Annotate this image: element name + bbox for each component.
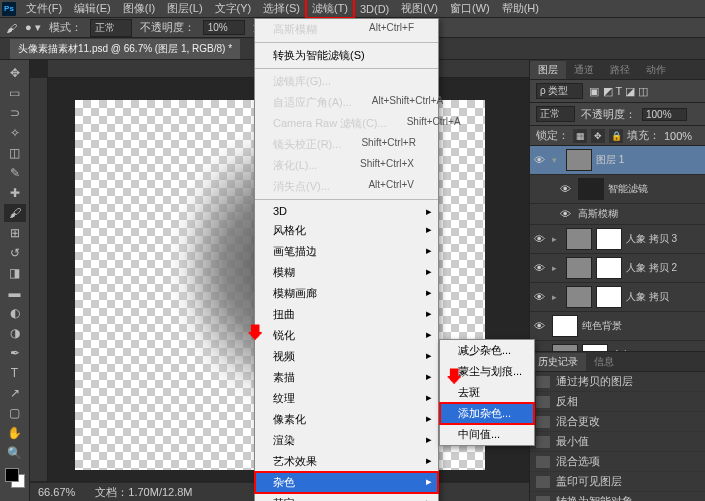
layer-row[interactable]: 👁高斯模糊: [530, 204, 705, 225]
stamp-tool-icon[interactable]: ⊞: [4, 224, 26, 242]
menu-layer[interactable]: 图层(L): [161, 0, 208, 18]
marquee-tool-icon[interactable]: ▭: [4, 84, 26, 102]
eyedrop-tool-icon[interactable]: ✎: [4, 164, 26, 182]
history-tab[interactable]: 历史记录: [530, 353, 586, 371]
lock-position-icon[interactable]: ✥: [591, 129, 605, 143]
visibility-icon[interactable]: 👁: [534, 233, 548, 245]
move-tool-icon[interactable]: ✥: [4, 64, 26, 82]
filter-adaptive[interactable]: 自适应广角(A)...Alt+Shift+Ctrl+A: [255, 92, 438, 113]
lock-all-icon[interactable]: 🔒: [609, 129, 623, 143]
menu-image[interactable]: 图像(I): [117, 0, 161, 18]
layer-filter[interactable]: ρ 类型: [536, 83, 583, 99]
history-item[interactable]: 通过拷贝的图层: [530, 372, 705, 392]
filter-other[interactable]: 其它: [255, 493, 438, 501]
filter-texture[interactable]: 纹理: [255, 388, 438, 409]
zoom-tool-icon[interactable]: 🔍: [4, 444, 26, 462]
filter-3d[interactable]: 3D: [255, 202, 438, 220]
filter-pixelate[interactable]: 像素化: [255, 409, 438, 430]
paths-tab[interactable]: 路径: [602, 61, 638, 79]
filter-noise[interactable]: 杂色: [255, 472, 438, 493]
visibility-icon[interactable]: 👁: [534, 262, 548, 274]
eraser-tool-icon[interactable]: ◨: [4, 264, 26, 282]
wand-tool-icon[interactable]: ✧: [4, 124, 26, 142]
history-item[interactable]: 转换为智能对象: [530, 492, 705, 501]
blend-mode[interactable]: 正常: [536, 106, 575, 122]
filter-smart[interactable]: 转换为智能滤镜(S): [255, 45, 438, 66]
filter-distort[interactable]: 扭曲: [255, 304, 438, 325]
layer-row[interactable]: 👁▸人象 拷贝 3: [530, 225, 705, 254]
gradient-tool-icon[interactable]: ▬: [4, 284, 26, 302]
document-tab[interactable]: 头像素描素材11.psd @ 66.7% (图层 1, RGB/8) *: [10, 39, 240, 59]
filter-lens[interactable]: 镜头校正(R)...Shift+Ctrl+R: [255, 134, 438, 155]
filter-video[interactable]: 视频: [255, 346, 438, 367]
filter-stylize[interactable]: 风格化: [255, 220, 438, 241]
filter-artistic[interactable]: 艺术效果: [255, 451, 438, 472]
history-item[interactable]: 最小值: [530, 432, 705, 452]
brush-tool-icon[interactable]: 🖌: [4, 204, 26, 222]
filter-sketch[interactable]: 素描: [255, 367, 438, 388]
history-item[interactable]: 混合选项: [530, 452, 705, 472]
history-item[interactable]: 混合更改: [530, 412, 705, 432]
layer-row[interactable]: 👁▾图层 1: [530, 146, 705, 175]
zoom-readout[interactable]: 66.67%: [38, 486, 75, 498]
hand-tool-icon[interactable]: ✋: [4, 424, 26, 442]
brush-preset-icon[interactable]: ● ▾: [25, 21, 41, 34]
channels-tab[interactable]: 通道: [566, 61, 602, 79]
lasso-tool-icon[interactable]: ⊃: [4, 104, 26, 122]
history-item[interactable]: 盖印可见图层: [530, 472, 705, 492]
filter-sharpen[interactable]: 锐化: [255, 325, 438, 346]
dodge-tool-icon[interactable]: ◑: [4, 324, 26, 342]
filter-last[interactable]: 高斯模糊Alt+Ctrl+F: [255, 19, 438, 40]
menu-view[interactable]: 视图(V): [395, 0, 444, 18]
filter-blurgallery[interactable]: 模糊画廊: [255, 283, 438, 304]
pen-tool-icon[interactable]: ✒: [4, 344, 26, 362]
menu-edit[interactable]: 编辑(E): [68, 0, 117, 18]
blur-tool-icon[interactable]: ◐: [4, 304, 26, 322]
visibility-icon[interactable]: 👁: [534, 291, 548, 303]
filter-icons[interactable]: ▣ ◩ T ◪ ◫: [589, 85, 648, 98]
visibility-icon[interactable]: 👁: [534, 320, 548, 332]
layer-row[interactable]: 👁▸人象 拷贝 2: [530, 254, 705, 283]
visibility-icon[interactable]: 👁: [560, 183, 574, 195]
filter-render[interactable]: 渲染: [255, 430, 438, 451]
filter-blur[interactable]: 模糊: [255, 262, 438, 283]
menu-type[interactable]: 文字(Y): [209, 0, 258, 18]
layer-row[interactable]: 👁人象: [530, 341, 705, 351]
layer-row[interactable]: 👁智能滤镜: [530, 175, 705, 204]
filter-cameraraw[interactable]: Camera Raw 滤镜(C)...Shift+Ctrl+A: [255, 113, 438, 134]
filter-vanish[interactable]: 消失点(V)...Alt+Ctrl+V: [255, 176, 438, 197]
type-tool-icon[interactable]: T: [4, 364, 26, 382]
actions-tab[interactable]: 动作: [638, 61, 674, 79]
layer-row[interactable]: 👁纯色背景: [530, 312, 705, 341]
layers-tab[interactable]: 图层: [530, 61, 566, 79]
filter-liquify[interactable]: 液化(L)...Shift+Ctrl+X: [255, 155, 438, 176]
crop-tool-icon[interactable]: ◫: [4, 144, 26, 162]
menu-filter[interactable]: 滤镜(T): [306, 0, 354, 18]
visibility-icon[interactable]: 👁: [534, 154, 548, 166]
mode-select[interactable]: 正常: [90, 19, 132, 37]
opacity-select[interactable]: 10%: [203, 20, 245, 35]
path-tool-icon[interactable]: ↗: [4, 384, 26, 402]
history-brush-icon[interactable]: ↺: [4, 244, 26, 262]
layer-opacity[interactable]: 100%: [642, 108, 687, 121]
layer-row[interactable]: 👁▸人象 拷贝: [530, 283, 705, 312]
shape-tool-icon[interactable]: ▢: [4, 404, 26, 422]
menu-file[interactable]: 文件(F): [20, 0, 68, 18]
color-swatches[interactable]: [5, 468, 25, 488]
noise-reduce[interactable]: 减少杂色...: [440, 340, 534, 361]
filter-gallery[interactable]: 滤镜库(G)...: [255, 71, 438, 92]
tool-preset-icon[interactable]: 🖌: [6, 22, 17, 34]
menu-help[interactable]: 帮助(H): [496, 0, 545, 18]
visibility-icon[interactable]: 👁: [560, 208, 574, 220]
layer-fill[interactable]: 100%: [664, 130, 692, 142]
menu-window[interactable]: 窗口(W): [444, 0, 496, 18]
heal-tool-icon[interactable]: ✚: [4, 184, 26, 202]
lock-pixels-icon[interactable]: ▦: [573, 129, 587, 143]
info-tab[interactable]: 信息: [586, 353, 622, 371]
menu-select[interactable]: 选择(S): [257, 0, 306, 18]
history-item[interactable]: 反相: [530, 392, 705, 412]
menu-3d[interactable]: 3D(D): [354, 1, 395, 17]
filter-brush[interactable]: 画笔描边: [255, 241, 438, 262]
noise-median[interactable]: 中间值...: [440, 424, 534, 445]
noise-add[interactable]: 添加杂色...: [440, 403, 534, 424]
